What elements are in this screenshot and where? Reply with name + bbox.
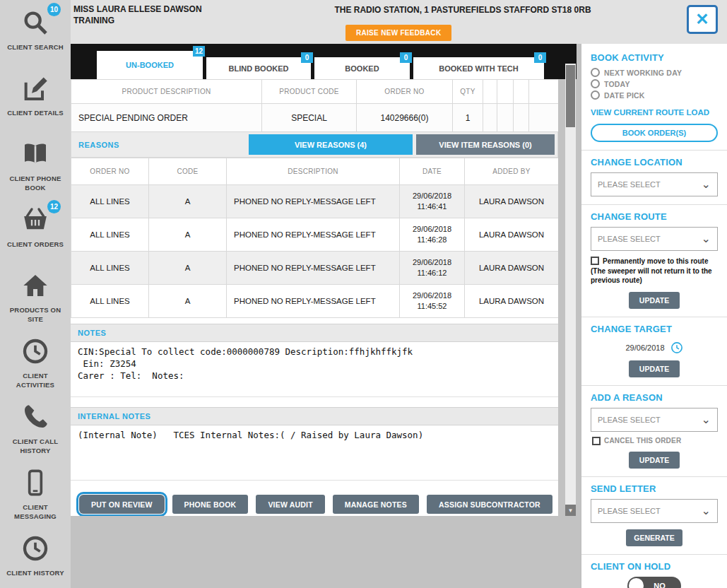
reason-added-by: LAURA DAWSON <box>465 252 559 285</box>
date-picker-clock-icon[interactable] <box>670 341 683 354</box>
reason-date: 29/06/201811:45:52 <box>400 285 465 318</box>
order-product-code: SPECIAL <box>262 104 357 132</box>
add-reason-update-button[interactable]: UPDATE <box>629 452 680 469</box>
permanent-route-note: Permanently move to this route (The swee… <box>591 257 718 286</box>
internal-notes-content: (Internal Note) TCES Internal Notes:( / … <box>71 425 558 481</box>
book-orders-button[interactable]: BOOK ORDER(S) <box>591 124 718 142</box>
change-route-select[interactable]: PLEASE SELECT ⌄ <box>591 227 718 251</box>
change-target-update-button[interactable]: UPDATE <box>629 360 680 377</box>
reason-added-by: LAURA DAWSON <box>465 285 559 318</box>
sidebar-item-label: CLIENT ORDERS <box>3 240 68 249</box>
send-letter-select[interactable]: PLEASE SELECT ⌄ <box>591 499 718 523</box>
reason-row: ALL LINES A PHONED NO REPLY-MESSAGE LEFT… <box>71 218 559 252</box>
tab-label: BOOKED <box>345 64 379 73</box>
tab-booked-with-tech[interactable]: BOOKED WITH TECH 0 <box>413 57 544 79</box>
radio-date-pick[interactable]: DATE PICK <box>591 90 718 100</box>
radio-icon <box>591 79 600 88</box>
scroll-down-icon: ▼ <box>568 507 574 514</box>
manage-notes-button[interactable]: MANAGE NOTES <box>333 495 419 514</box>
view-audit-button[interactable]: VIEW AUDIT <box>256 495 324 514</box>
put-on-review-button[interactable]: PUT ON REVIEW <box>79 495 165 514</box>
client-on-hold-title: CLIENT ON HOLD <box>591 561 718 572</box>
client-on-hold-toggle[interactable]: NO <box>627 577 681 588</box>
client-address: THE RADIO STATION, 1 PASTUREFIELDS STAFF… <box>332 5 593 15</box>
sidebar-item-client-activities[interactable]: CLIENT ACTIVITIES <box>0 329 71 394</box>
view-item-reasons-button[interactable]: VIEW ITEM REASONS (0) <box>416 134 555 155</box>
change-route-title: CHANGE ROUTE <box>591 211 718 222</box>
order-row[interactable]: SPECIAL PENDING ORDER SPECIAL 14029666(0… <box>71 104 559 132</box>
edit-icon <box>21 74 49 102</box>
left-sidebar: 10 CLIENT SEARCH CLIENT DETAILS CLIENT P… <box>0 0 71 588</box>
reason-date: 29/06/201811:46:41 <box>400 185 465 218</box>
target-date: 29/06/2018 <box>625 343 664 352</box>
cancel-order-checkbox[interactable] <box>592 437 601 445</box>
order-cell-empty <box>497 104 514 132</box>
tab-label: UN-BOOKED <box>126 61 174 69</box>
phone-book-button[interactable]: PHONE BOOK <box>172 495 249 514</box>
sidebar-item-client-details[interactable]: CLIENT DETAILS <box>0 66 71 131</box>
order-number: 14029666(0) <box>357 104 453 132</box>
divider <box>581 204 727 205</box>
sidebar-item-client-history[interactable]: CLIENT HISTORY <box>0 526 71 588</box>
tab-label: BLIND BOOKED <box>229 64 289 73</box>
close-button[interactable]: ✕ <box>687 5 718 34</box>
sidebar-item-client-orders[interactable]: 12 CLIENT ORDERS <box>0 197 71 263</box>
book-icon <box>21 140 49 168</box>
orders-content: PRODUCT DESCRIPTION PRODUCT CODE ORDER N… <box>71 79 558 516</box>
view-current-route-load-link[interactable]: VIEW CURRENT ROUTE LOAD <box>591 108 718 117</box>
reason-code: A <box>149 185 227 218</box>
mobile-phone-icon <box>21 469 49 497</box>
change-location-title: CHANGE LOCATION <box>591 157 718 167</box>
tab-blind-booked[interactable]: BLIND BOOKED 0 <box>206 57 311 79</box>
scrollbar-thumb[interactable] <box>566 65 575 127</box>
header-order-no: ORDER NO <box>357 80 453 104</box>
divider <box>581 554 727 555</box>
chevron-down-icon: ⌄ <box>702 233 711 245</box>
target-date-row: 29/06/2018 <box>591 341 718 354</box>
scrollbar-down-arrow[interactable]: ▼ <box>565 505 576 516</box>
reason-row: ALL LINES A PHONED NO REPLY-MESSAGE LEFT… <box>71 185 559 218</box>
vertical-scrollbar[interactable]: ▼ <box>565 64 576 516</box>
sidebar-item-label: CLIENT MESSAGING <box>3 503 68 522</box>
sidebar-item-label: CLIENT SEARCH <box>3 43 68 52</box>
raise-new-feedback-button[interactable]: RAISE NEW FEEDBACK <box>345 25 451 41</box>
tab-un-booked[interactable]: UN-BOOKED 12 <box>97 51 203 79</box>
cancel-order-row[interactable]: CANCEL THIS ORDER <box>592 437 718 445</box>
sidebar-item-products-on-site[interactable]: PRODUCTS ON SITE <box>0 263 71 329</box>
reason-order-no: ALL LINES <box>71 218 149 252</box>
send-letter-title: SEND LETTER <box>591 483 718 494</box>
right-panel: BOOK ACTIVITY NEXT WORKING DAY TODAY DAT… <box>581 44 727 588</box>
sidebar-item-label: CLIENT DETAILS <box>3 109 68 118</box>
view-reasons-button[interactable]: VIEW REASONS (4) <box>249 134 413 155</box>
radio-today[interactable]: TODAY <box>591 79 718 88</box>
sidebar-item-client-phone-book[interactable]: CLIENT PHONE BOOK <box>0 131 71 197</box>
sidebar-item-client-call-history[interactable]: CLIENT CALL HISTORY <box>0 394 71 460</box>
order-cell-empty <box>483 104 497 132</box>
reason-description: PHONED NO REPLY-MESSAGE LEFT <box>227 218 400 252</box>
tab-booked[interactable]: BOOKED 0 <box>314 57 410 79</box>
change-route-update-button[interactable]: UPDATE <box>629 292 680 309</box>
radio-next-working-day[interactable]: NEXT WORKING DAY <box>591 68 718 77</box>
chevron-down-icon: ⌄ <box>702 414 711 425</box>
divider <box>581 317 727 317</box>
radio-icon <box>591 68 600 77</box>
book-activity-title: BOOK ACTIVITY <box>591 52 718 63</box>
header-product-code: PRODUCT CODE <box>262 80 357 104</box>
header-reason-code: CODE <box>149 158 227 185</box>
generate-letter-button[interactable]: GENERATE <box>626 529 682 546</box>
tab-badge: 0 <box>534 52 546 63</box>
permanent-route-checkbox[interactable] <box>591 257 599 265</box>
toggle-knob <box>629 578 644 588</box>
change-location-select[interactable]: PLEASE SELECT ⌄ <box>591 172 718 196</box>
sidebar-item-client-search[interactable]: 10 CLIENT SEARCH <box>0 0 71 66</box>
reason-description: PHONED NO REPLY-MESSAGE LEFT <box>227 285 400 318</box>
header-empty <box>529 80 559 104</box>
header-reason-description: DESCRIPTION <box>227 158 400 185</box>
order-cell-empty <box>514 104 529 132</box>
client-orders-badge: 12 <box>47 200 61 213</box>
add-reason-select[interactable]: PLEASE SELECT ⌄ <box>591 408 718 432</box>
assign-subcontractor-button[interactable]: ASSIGN SUBCONTRACTOR <box>427 495 552 514</box>
close-icon: ✕ <box>695 10 709 29</box>
sidebar-item-client-messaging[interactable]: CLIENT MESSAGING <box>0 460 71 526</box>
reason-code: A <box>149 252 227 285</box>
